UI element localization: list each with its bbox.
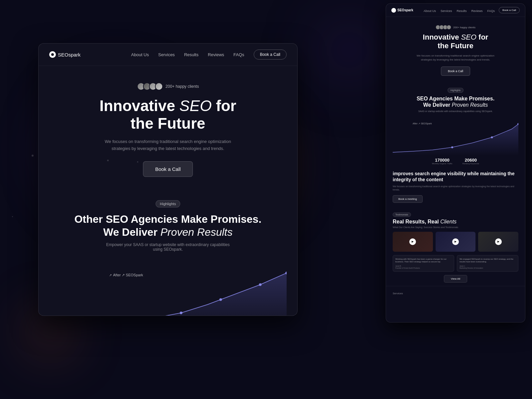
sec-highlights-badge: Highlights — [448, 88, 464, 93]
sec-hero-section: 200+ happy clients Innovative SEO for th… — [386, 17, 525, 81]
nav-links: About Us Services Results Reviews FAQs — [131, 52, 244, 58]
sec-highlights-title: SEO Agencies Make Promises. We Deliver P… — [393, 95, 518, 108]
sec-logo: SEOspark — [391, 8, 413, 13]
svg-point-7 — [451, 146, 453, 148]
sec-nav-book-call-button[interactable]: Book a Call — [499, 7, 520, 13]
services-section-label: Services — [386, 286, 525, 299]
sec-hero-book-call-button[interactable]: Book a Call — [441, 66, 470, 76]
svg-marker-6 — [393, 124, 518, 156]
main-nav: SEOspark About Us Services Results Revie… — [39, 44, 297, 66]
sec-content-subtitle: We focuses on transforming traditional s… — [393, 185, 518, 192]
sec-stat-traffic-value: 170000 — [432, 158, 453, 163]
quote-2-text: We engaged SEOspark to revamp our SEO st… — [460, 258, 516, 263]
sec-stat-traffic-label: Monthly Organic Traffic — [432, 163, 453, 165]
sec-content-section: improves search engine visibility while … — [386, 167, 525, 206]
svg-point-2 — [180, 312, 183, 314]
quote-card-1: Working with SEOspark has been a game-ch… — [393, 255, 454, 272]
testimonials-section: Testimonials Real Results, Real Clients … — [386, 207, 525, 286]
sec-hero-title: Innovative SEO for the Future — [393, 33, 518, 51]
nav-results[interactable]: Results — [184, 52, 199, 57]
sec-highlights-subtitle: SAAS or startup website with extraordina… — [412, 110, 499, 112]
sec-stat-keywords: 20600 Ranking Keywords — [463, 158, 479, 165]
sec-stat-traffic: 170000 Monthly Organic Traffic — [432, 158, 453, 165]
sec-content-title: improves search engine visibility while … — [393, 171, 518, 183]
sec-nav-about[interactable]: About Us — [424, 9, 436, 13]
play-button-1[interactable]: ▶ — [409, 238, 416, 245]
testimonial-quotes-row: Working with SEOspark has been a game-ch… — [393, 255, 518, 272]
sec-growth-chart: After ↗ SEOSpark — [393, 119, 518, 156]
services-title: Services — [393, 292, 403, 295]
play-button-3[interactable]: ▶ — [495, 238, 502, 245]
video-card-1[interactable]: ▶ — [393, 232, 433, 252]
logo-icon — [49, 51, 56, 58]
sec-book-meeting-button[interactable]: Book a meeting — [393, 195, 423, 203]
quote-card-2: We engaged SEOspark to revamp our SEO st… — [457, 255, 518, 272]
hero-subtitle: We focuses on transforming traditional s… — [105, 138, 231, 152]
hero-book-call-button[interactable]: Book a Call — [143, 161, 193, 177]
testimonials-subtitle: What Our Clients Are Saying: Success Sto… — [393, 226, 518, 228]
floating-dot-2 — [137, 161, 138, 163]
floating-dot-1 — [32, 155, 34, 157]
sec-logo-icon — [391, 8, 396, 13]
sec-chart-label: After ↗ SEOSpark — [413, 122, 432, 125]
sec-highlights-section: Highlights SEO Agencies Make Promises. W… — [386, 81, 525, 119]
quote-1-text: Working with SEOspark has been a game-ch… — [395, 258, 452, 263]
floating-dot-4 — [12, 216, 13, 217]
logo-text: SEOspark — [58, 52, 80, 58]
growth-chart: After ↗ SEOSpark — [49, 266, 287, 316]
nav-book-call-button[interactable]: Book a Call — [254, 50, 287, 60]
highlights-subtitle: Empower your SAAS or startup website wit… — [101, 242, 234, 252]
highlights-title: Other SEO Agencies Make Promises. We Del… — [49, 213, 287, 238]
sec-stat-keywords-value: 20600 — [463, 158, 479, 163]
highlights-badge: Highlights — [156, 200, 180, 207]
sec-happy-clients-text: 200+ happy clients — [453, 26, 475, 29]
sec-chart-svg — [393, 119, 518, 156]
sec-avatar-group — [436, 25, 451, 30]
svg-point-8 — [491, 136, 493, 138]
main-hero-section: 200+ happy clients Innovative SEO for th… — [39, 66, 297, 187]
sec-happy-clients-badge: 200+ happy clients — [436, 25, 475, 30]
video-cards-row: ▶ ▶ ▶ — [393, 232, 518, 252]
svg-marker-0 — [49, 273, 287, 316]
happy-clients-badge: 200+ happy clients — [137, 82, 199, 90]
happy-clients-text: 200+ happy clients — [166, 84, 199, 89]
chart-label: After ↗ SEOSpark — [109, 273, 143, 277]
sec-nav-faqs[interactable]: FAQs — [487, 9, 495, 13]
chart-svg — [49, 266, 287, 316]
main-browser-mockup: SEOspark About Us Services Results Revie… — [38, 43, 298, 316]
nav-services[interactable]: Services — [158, 52, 175, 57]
play-button-2[interactable]: ▶ — [452, 238, 459, 245]
sec-hero-subtitle: We focuses on transforming traditional s… — [414, 54, 497, 62]
logo: SEOspark — [49, 51, 80, 58]
secondary-browser-mockup: SEOspark About Us Services Results Revie… — [386, 3, 525, 323]
video-card-3[interactable]: ▶ — [478, 232, 518, 252]
sec-avatar-4 — [447, 25, 451, 30]
quote-2-author: Janet J. Marketing Director of Innovatio… — [460, 265, 516, 269]
floating-dot-3 — [107, 160, 109, 161]
hero-title: Innovative SEO for the Future — [49, 97, 287, 132]
highlights-section: Highlights Other SEO Agencies Make Promi… — [39, 187, 297, 266]
bg-blob-dark-purple — [299, 0, 399, 100]
sec-stats-row: 170000 Monthly Organic Traffic 20600 Ran… — [386, 156, 525, 167]
sec-nav-links: About Us Services Results Reviews FAQs — [424, 7, 495, 13]
testimonials-title: Real Results, Real Clients — [393, 219, 518, 225]
avatar-group — [137, 82, 163, 90]
sec-nav: SEOspark About Us Services Results Revie… — [386, 4, 525, 17]
avatar-4 — [155, 82, 163, 90]
video-card-2[interactable]: ▶ — [436, 232, 476, 252]
sec-stat-keywords-label: Ranking Keywords — [463, 163, 479, 165]
sec-logo-text: SEOspark — [397, 8, 413, 12]
sec-nav-reviews[interactable]: Reviews — [471, 9, 483, 13]
sec-nav-services[interactable]: Services — [441, 9, 452, 13]
nav-reviews[interactable]: Reviews — [208, 52, 224, 57]
svg-point-3 — [219, 298, 222, 301]
quote-1-author: Janet B. Founder of Green Earth Products — [395, 265, 452, 269]
testimonials-badge: Testimonials — [393, 212, 411, 217]
view-all-button[interactable]: View All — [444, 275, 467, 283]
svg-point-4 — [259, 283, 262, 286]
sec-nav-results[interactable]: Results — [457, 9, 467, 13]
nav-about[interactable]: About Us — [131, 52, 149, 57]
nav-faqs[interactable]: FAQs — [233, 52, 244, 57]
